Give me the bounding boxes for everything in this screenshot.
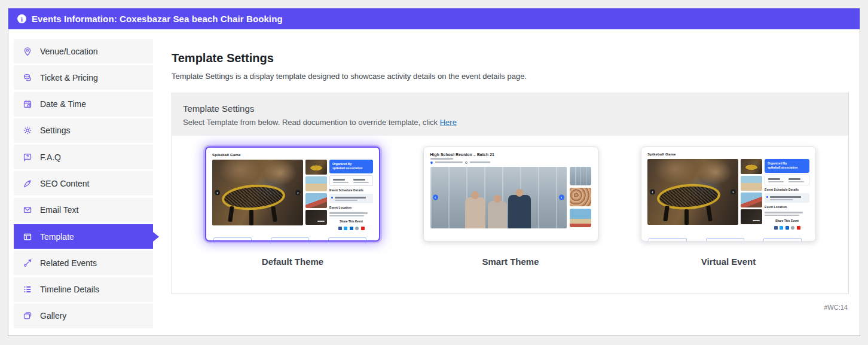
subtitle-text: Select Template from below. Read documen… xyxy=(183,118,438,127)
carousel-next-icon: › xyxy=(295,190,301,196)
timeline-list-icon xyxy=(23,285,32,294)
template-name-label: Virtual Event xyxy=(701,257,756,267)
twitter-icon xyxy=(780,226,783,230)
schedule-heading: Event Schedule Details xyxy=(765,188,809,191)
facebook-icon xyxy=(338,227,342,230)
sidebar-item-settings[interactable]: Settings xyxy=(14,118,153,143)
thumbnail xyxy=(305,160,327,175)
twitter-icon xyxy=(344,227,347,230)
sidebar-item-gallery[interactable]: Gallery xyxy=(14,304,153,328)
thumbnail xyxy=(741,176,762,191)
social-icons-row xyxy=(765,226,809,230)
sidebar-item-label: Date & Time xyxy=(40,99,86,109)
location-text xyxy=(765,210,809,216)
settings-sidebar: Venue/Location Ticket & Pricing Date & T… xyxy=(14,39,153,330)
sidebar-item-label: Gallery xyxy=(40,311,66,320)
sidebar-item-label: Venue/Location xyxy=(40,47,98,56)
map-pin-icon xyxy=(23,47,32,56)
sidebar-item-label: Related Events xyxy=(40,258,97,268)
map-pin-icon xyxy=(430,161,433,164)
panel-content: Venue/Location Ticket & Pricing Date & T… xyxy=(8,29,860,330)
virtual-event-preview: Spikeball Game ‹ › xyxy=(641,147,815,241)
location-heading: Event Location xyxy=(329,206,373,209)
panel-section-subtitle: Select Template from below. Read documen… xyxy=(183,118,838,127)
sidebar-item-timeline-details[interactable]: Timeline Details xyxy=(14,277,153,302)
carousel-prev-icon: ‹ xyxy=(433,195,438,200)
organized-by-button: Organized By spikeball association xyxy=(329,160,373,173)
sidebar-item-email-text[interactable]: Email Text xyxy=(14,198,153,222)
social-icons-row xyxy=(329,227,373,230)
facebook-icon xyxy=(774,226,778,230)
coins-icon xyxy=(23,73,32,83)
thumbnail xyxy=(741,159,762,174)
sidebar-item-label: Email Text xyxy=(40,205,78,215)
preview-event-title: Spikeball Game xyxy=(212,153,373,157)
sidebar-item-template[interactable]: Template xyxy=(14,224,153,249)
panel-title: Events Information: Coxesbazar Sea beach… xyxy=(32,14,283,24)
sidebar-item-ticket-pricing[interactable]: Ticket & Pricing xyxy=(14,65,153,90)
default-theme-card[interactable]: Spikeball Game ‹ › xyxy=(205,146,380,242)
thumbnail xyxy=(741,193,762,207)
documentation-here-link[interactable]: Here xyxy=(440,118,457,127)
preview-main-photo: ‹ › xyxy=(430,167,567,228)
schedule-box xyxy=(765,193,809,203)
photos-icon xyxy=(23,311,32,320)
chat-question-icon xyxy=(23,152,32,162)
link-nodes-icon xyxy=(23,258,32,268)
info-icon: i xyxy=(17,14,26,23)
sidebar-item-venue-location[interactable]: Venue/Location xyxy=(14,39,153,63)
sidebar-item-faq[interactable]: F.A.Q xyxy=(14,145,153,169)
template-option-smart: High School Reunion – Batch 21 xyxy=(423,146,598,267)
panel-title-bar: i Events Information: Coxesbazar Sea bea… xyxy=(8,8,860,29)
virtual-event-card[interactable]: Spikeball Game ‹ › xyxy=(641,146,816,242)
thumbnail xyxy=(570,209,591,227)
sidebar-item-label: Template xyxy=(40,232,74,242)
pen-icon xyxy=(23,179,32,188)
page-description: Template Settings is a display template … xyxy=(172,72,849,81)
sidebar-item-label: F.A.Q xyxy=(40,152,61,162)
meta-row xyxy=(430,161,591,164)
linkedin-icon xyxy=(786,226,789,230)
layout-icon xyxy=(23,232,32,242)
carousel-next-icon: › xyxy=(731,190,736,195)
location-heading: Event Location xyxy=(765,206,809,209)
wc-footer-note: #WC:14 xyxy=(172,294,849,311)
page-title: Template Settings xyxy=(172,51,849,65)
organized-by-button: Organized By spikeball association xyxy=(765,159,809,173)
youtube-icon xyxy=(361,227,365,230)
template-settings-panel-header: Template Settings Select Template from b… xyxy=(172,93,848,136)
byline-text xyxy=(430,158,453,160)
events-information-panel: i Events Information: Coxesbazar Sea bea… xyxy=(8,8,860,336)
location-text xyxy=(329,211,373,216)
preview-bottom-fields xyxy=(649,238,802,242)
preview-info-column: Organized By spikeball association xyxy=(329,160,373,230)
google-plus-icon xyxy=(355,227,359,230)
gear-icon xyxy=(23,126,32,135)
preview-event-title: High School Reunion – Batch 21 xyxy=(430,152,591,157)
thumbnail xyxy=(305,176,327,191)
envelope-icon xyxy=(23,205,32,215)
smart-theme-card[interactable]: High School Reunion – Batch 21 xyxy=(423,146,598,242)
share-heading: Share This Event xyxy=(329,220,373,223)
events-information-screen: i Events Information: Coxesbazar Sea bea… xyxy=(0,0,868,345)
preview-bottom-fields xyxy=(213,237,366,242)
template-option-virtual: Spikeball Game ‹ › xyxy=(641,146,816,267)
carousel-prev-icon: ‹ xyxy=(215,190,220,196)
sidebar-item-related-events[interactable]: Related Events xyxy=(14,251,153,275)
default-theme-preview: Spikeball Game ‹ › xyxy=(206,148,379,240)
preview-info-column: Organized By spikeball association xyxy=(765,159,809,230)
template-name-label: Smart Theme xyxy=(482,257,539,267)
template-cards-row: Spikeball Game ‹ › xyxy=(172,136,848,294)
sidebar-item-date-time[interactable]: Date & Time xyxy=(14,92,153,117)
thumbnail-more xyxy=(305,210,327,225)
panel-section-title: Template Settings xyxy=(183,103,838,114)
template-settings-panel: Template Settings Select Template from b… xyxy=(172,93,849,294)
carousel-next-icon: › xyxy=(559,195,564,200)
share-heading: Share This Event xyxy=(765,219,809,222)
carousel-prev-icon: ‹ xyxy=(650,190,655,195)
schedule-heading: Event Schedule Details xyxy=(329,189,373,192)
sidebar-item-label: SEO Content xyxy=(40,179,90,188)
sidebar-item-seo-content[interactable]: SEO Content xyxy=(14,171,153,196)
sidebar-item-label: Ticket & Pricing xyxy=(40,73,98,83)
preview-thumbnails xyxy=(741,159,762,230)
